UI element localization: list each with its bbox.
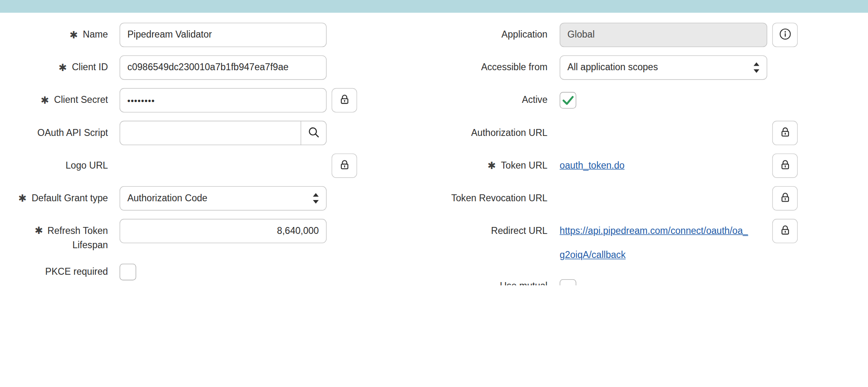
- client-id-label-row: ✱ Client ID: [0, 56, 108, 80]
- top-accent-bar: [0, 0, 868, 13]
- required-marker: ✱: [58, 62, 66, 72]
- token-revocation-url-label-row: Token Revocation URL: [343, 186, 547, 211]
- token-revocation-url-lock-button[interactable]: [772, 186, 797, 211]
- checkmark-icon: [559, 91, 577, 109]
- active-label: Active: [522, 95, 547, 106]
- default-grant-type-select[interactable]: Authorization Code: [120, 186, 327, 211]
- client-secret-label-row: ✱ Client Secret: [0, 88, 108, 113]
- accessible-from-label: Accessible from: [481, 62, 547, 73]
- use-mutual-authentication-checkbox[interactable]: [560, 279, 576, 285]
- application-input: [560, 23, 767, 47]
- token-url-link[interactable]: oauth_token.do: [560, 153, 624, 178]
- authorization-url-lock-button[interactable]: [772, 121, 797, 145]
- redirect-url-lock-button[interactable]: [772, 219, 797, 243]
- oauth-api-script-lookup-button[interactable]: [301, 121, 327, 145]
- info-icon: [779, 28, 791, 42]
- accessible-from-select[interactable]: All application scopes: [560, 56, 767, 80]
- accessible-from-label-row: Accessible from: [343, 56, 547, 80]
- select-arrows-icon: [312, 192, 320, 205]
- application-label: Application: [501, 29, 547, 40]
- default-grant-type-value: Authorization Code: [127, 193, 207, 204]
- default-grant-type-label-row: ✱ Default Grant type: [0, 186, 108, 211]
- token-url-lock-button[interactable]: [772, 153, 797, 178]
- client-id-input[interactable]: [120, 56, 327, 80]
- redirect-url-value: https://api.pipedream.com/connect/oauth/…: [560, 219, 775, 267]
- name-input[interactable]: [120, 23, 327, 47]
- authorization-url-label: Authorization URL: [471, 127, 547, 138]
- redirect-url-link[interactable]: https://api.pipedream.com/connect/oauth/…: [560, 219, 775, 243]
- token-revocation-url-label: Token Revocation URL: [451, 193, 547, 204]
- redirect-url-link-continued[interactable]: g2oiqA/callback: [560, 243, 775, 268]
- required-marker: ✱: [35, 225, 43, 236]
- required-marker: ✱: [487, 161, 496, 171]
- lock-icon: [779, 126, 791, 140]
- oauth-api-script-input[interactable]: [120, 121, 327, 145]
- use-mutual-authentication-label-line1: Use mutual: [343, 279, 547, 285]
- pkce-required-label: PKCE required: [45, 267, 108, 278]
- name-label-row: ✱ Name: [0, 23, 108, 47]
- lock-icon: [779, 225, 791, 238]
- logo-url-label-row: Logo URL: [0, 153, 108, 178]
- refresh-token-lifespan-label-line1: Refresh Token: [47, 225, 108, 236]
- logo-url-label: Logo URL: [66, 160, 108, 171]
- authorization-url-label-row: Authorization URL: [343, 121, 547, 145]
- pkce-required-label-row: PKCE required: [0, 260, 108, 285]
- pkce-required-checkbox[interactable]: [120, 264, 136, 280]
- oauth-api-script-label: OAuth API Script: [38, 127, 108, 138]
- required-marker: ✱: [69, 30, 78, 40]
- use-mutual-authentication-label-row: Use mutual authentication: [343, 279, 547, 285]
- token-url-label: Token URL: [501, 160, 547, 171]
- oauth-api-script-label-row: OAuth API Script: [0, 121, 108, 145]
- client-secret-label: Client Secret: [54, 95, 108, 106]
- default-grant-type-label: Default Grant type: [31, 193, 108, 204]
- required-marker: ✱: [41, 95, 49, 105]
- accessible-from-value: All application scopes: [567, 62, 658, 73]
- required-marker: ✱: [18, 194, 27, 203]
- refresh-token-lifespan-label-row: ✱Refresh Token Lifespan: [0, 224, 108, 253]
- active-checkbox[interactable]: [560, 92, 576, 109]
- refresh-token-lifespan-label-line2: Lifespan: [0, 238, 108, 253]
- refresh-token-lifespan-input[interactable]: [120, 219, 327, 243]
- token-url-label-row: ✱ Token URL: [343, 153, 547, 178]
- lock-icon: [779, 159, 791, 173]
- application-info-button[interactable]: [772, 23, 797, 47]
- redirect-url-label-row: Redirect URL: [343, 219, 547, 243]
- lock-icon: [779, 192, 791, 205]
- client-secret-input[interactable]: [120, 88, 327, 113]
- redirect-url-label: Redirect URL: [491, 225, 547, 236]
- name-label: Name: [83, 29, 108, 40]
- search-icon: [308, 126, 320, 140]
- oauth-registry-form: ✱ Name ✱ Client ID ✱ Client Secret OAuth…: [0, 0, 868, 285]
- client-id-label: Client ID: [72, 62, 108, 73]
- select-arrows-icon: [752, 62, 760, 74]
- active-label-row: Active: [343, 88, 547, 113]
- application-label-row: Application: [343, 23, 547, 47]
